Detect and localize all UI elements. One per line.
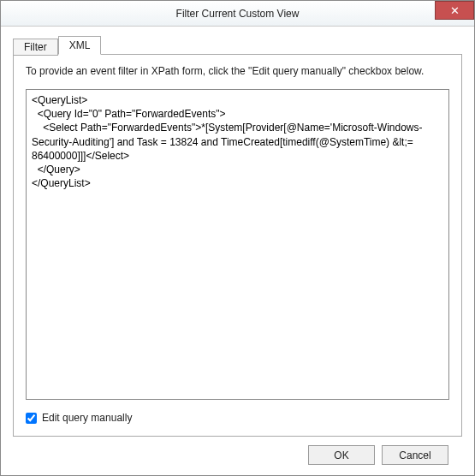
close-button[interactable]: ✕ (435, 1, 474, 20)
client-area: Filter XML To provide an event filter in… (1, 27, 474, 475)
dialog-window: Filter Current Custom View ✕ Filter XML … (0, 0, 475, 476)
tab-xml[interactable]: XML (58, 36, 102, 55)
edit-manually-checkbox[interactable] (26, 413, 37, 424)
ok-button[interactable]: OK (308, 445, 375, 465)
edit-manually-label[interactable]: Edit query manually (42, 412, 132, 424)
cancel-button[interactable]: Cancel (382, 445, 448, 465)
window-title: Filter Current Custom View (176, 8, 300, 20)
instruction-text: To provide an event filter in XPath form… (26, 65, 449, 77)
edit-manually-row: Edit query manually (26, 412, 449, 424)
xml-query-textarea[interactable] (26, 89, 449, 400)
xml-tab-panel: To provide an event filter in XPath form… (13, 54, 462, 437)
tab-strip: Filter XML (13, 35, 462, 54)
tab-xml-label: XML (69, 39, 91, 51)
close-icon: ✕ (450, 4, 460, 17)
dialog-button-row: OK Cancel (13, 437, 462, 465)
titlebar: Filter Current Custom View ✕ (1, 1, 474, 27)
tab-filter-label: Filter (24, 41, 47, 53)
tab-filter[interactable]: Filter (13, 39, 58, 56)
